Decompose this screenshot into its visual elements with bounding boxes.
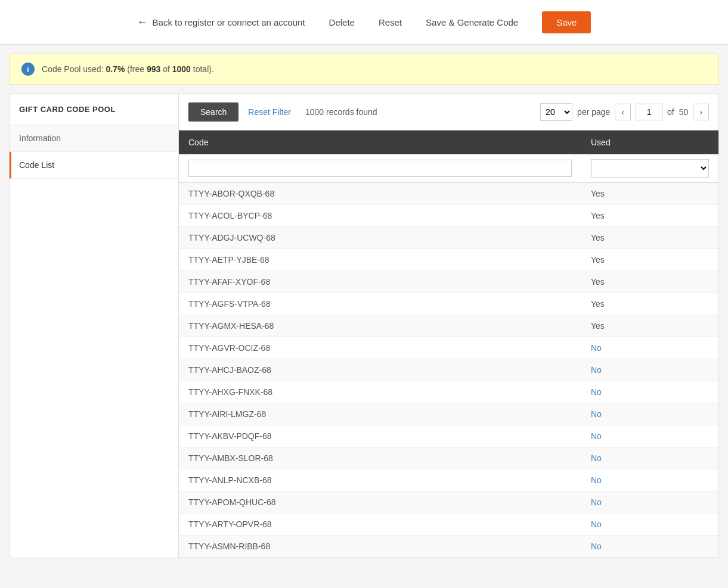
back-arrow-icon: ← [137, 16, 148, 29]
info-text-of: of [163, 64, 170, 74]
back-link-label: Back to register or connect an account [153, 17, 305, 27]
save-generate-button[interactable]: Save & Generate Code [426, 17, 518, 27]
table-cell-code: TTYY-AMBX-SLOR-68 [179, 447, 581, 469]
filter-row: Yes No [179, 154, 718, 183]
page-of-label: of [667, 107, 674, 117]
table-header-row: Code Used [179, 130, 718, 154]
toolbar: Search Reset Filter 1000 records found 2… [179, 94, 718, 130]
reset-filter-button[interactable]: Reset Filter [248, 107, 291, 117]
table-cell-used: No [581, 381, 718, 403]
table-cell-used: No [581, 359, 718, 381]
per-page-dropdown[interactable]: 20 50 100 [540, 103, 572, 121]
table-row: TTYY-ARTY-OPVR-68 No [179, 514, 718, 536]
sidebar-item-information-label: Information [19, 133, 61, 143]
next-page-button[interactable]: › [693, 104, 709, 120]
top-bar-actions: Delete Reset Save & Generate Code Save [329, 11, 591, 33]
table-cell-used: No [581, 403, 718, 425]
table-cell-used: No [581, 514, 718, 536]
table-cell-used: No [581, 536, 718, 558]
table-row: TTYY-ACOL-BYCP-68 Yes [179, 205, 718, 227]
table-row: TTYY-ANLP-NCXB-68 No [179, 469, 718, 491]
table-cell-used: No [581, 337, 718, 359]
main-layout: GIFT CARD CODE POOL Information Code Lis… [9, 94, 719, 558]
table-row: TTYY-AGVR-OCIZ-68 No [179, 337, 718, 359]
page-total: 50 [679, 107, 689, 117]
code-table: Code Used Yes No [179, 130, 718, 558]
back-link[interactable]: ← Back to register or connect an account [137, 16, 305, 29]
table-cell-used: Yes [581, 205, 718, 227]
table-cell-used: Yes [581, 249, 718, 271]
prev-page-button[interactable]: ‹ [615, 104, 631, 120]
top-bar: ← Back to register or connect an account… [0, 0, 728, 45]
table-cell-used: Yes [581, 271, 718, 293]
filter-used-select[interactable]: Yes No [591, 159, 709, 178]
sidebar-title: GIFT CARD CODE POOL [10, 94, 178, 125]
table-cell-code: TTYY-ASMN-RIBB-68 [179, 536, 581, 558]
table-cell-code: TTYY-AETP-YJBE-68 [179, 249, 581, 271]
table-row: TTYY-ADGJ-UCWQ-68 Yes [179, 227, 718, 249]
page-number-input[interactable] [636, 104, 662, 120]
table-cell-code: TTYY-AIRI-LMGZ-68 [179, 403, 581, 425]
table-cell-code: TTYY-AGFS-VTPA-68 [179, 293, 581, 315]
table-row: TTYY-AHXG-FNXK-68 No [179, 381, 718, 403]
table-cell-code: TTYY-APOM-QHUC-68 [179, 491, 581, 514]
table-cell-code: TTYY-AGMX-HESA-68 [179, 315, 581, 337]
table-cell-used: No [581, 469, 718, 491]
delete-button[interactable]: Delete [329, 17, 355, 27]
table-cell-code: TTYY-AGVR-OCIZ-68 [179, 337, 581, 359]
save-button[interactable]: Save [542, 11, 591, 33]
sidebar-item-code-list[interactable]: Code List [10, 152, 178, 179]
table-cell-code: TTYY-AKBV-PDQF-68 [179, 425, 581, 447]
table-row: TTYY-AIRI-LMGZ-68 No [179, 403, 718, 425]
table-cell-used: No [581, 425, 718, 447]
per-page-select: 20 50 100 [540, 103, 572, 121]
table-row: TTYY-ASMN-RIBB-68 No [179, 536, 718, 558]
table-row: TTYY-AGFS-VTPA-68 Yes [179, 293, 718, 315]
table-row: TTYY-AKBV-PDQF-68 No [179, 425, 718, 447]
col-code-header: Code [179, 130, 581, 154]
table-cell-code: TTYY-ADGJ-UCWQ-68 [179, 227, 581, 249]
records-count: 1000 records found [305, 107, 377, 117]
info-free-count: 993 [147, 64, 160, 74]
table-cell-code: TTYY-ACOL-BYCP-68 [179, 205, 581, 227]
sidebar-item-information[interactable]: Information [10, 125, 178, 152]
per-page-label: per page [577, 107, 610, 117]
info-text-prefix: Code Pool used: [42, 64, 104, 74]
table-cell-used: Yes [581, 293, 718, 315]
pagination: 20 50 100 per page ‹ of 50 › [540, 103, 709, 121]
table-row: TTYY-AGMX-HESA-68 Yes [179, 315, 718, 337]
table-cell-code: TTYY-ANLP-NCXB-68 [179, 469, 581, 491]
table-cell-used: Yes [581, 183, 718, 205]
sidebar: GIFT CARD CODE POOL Information Code Lis… [9, 94, 179, 558]
content-area: Search Reset Filter 1000 records found 2… [179, 94, 719, 558]
info-text-suffix: total). [193, 64, 214, 74]
filter-code-cell [179, 154, 581, 183]
reset-button[interactable]: Reset [379, 17, 402, 27]
table-row: TTYY-AFAF-XYOF-68 Yes [179, 271, 718, 293]
info-total-count: 1000 [172, 64, 191, 74]
info-text: Code Pool used: 0.7% (free 993 of 1000 t… [42, 64, 214, 74]
search-button[interactable]: Search [188, 102, 238, 122]
table-cell-used: No [581, 447, 718, 469]
info-text-middle: (free [127, 64, 144, 74]
table-cell-used: Yes [581, 315, 718, 337]
filter-used-cell: Yes No [581, 154, 718, 183]
table-row: TTYY-AMBX-SLOR-68 No [179, 447, 718, 469]
table-cell-code: TTYY-AFAF-XYOF-68 [179, 271, 581, 293]
table-row: TTYY-APOM-QHUC-68 No [179, 491, 718, 514]
filter-code-input[interactable] [188, 160, 572, 177]
table-row: TTYY-AHCJ-BAOZ-68 No [179, 359, 718, 381]
table-cell-code: TTYY-ABOR-QXQB-68 [179, 183, 581, 205]
info-icon: i [21, 63, 35, 76]
table-cell-used: No [581, 491, 718, 514]
sidebar-item-code-list-label: Code List [19, 160, 54, 170]
table-row: TTYY-AETP-YJBE-68 Yes [179, 249, 718, 271]
table-cell-used: Yes [581, 227, 718, 249]
info-percent: 0.7% [106, 64, 125, 74]
table-row: TTYY-ABOR-QXQB-68 Yes [179, 183, 718, 205]
table-cell-code: TTYY-ARTY-OPVR-68 [179, 514, 581, 536]
col-used-header: Used [581, 130, 718, 154]
table-cell-code: TTYY-AHCJ-BAOZ-68 [179, 359, 581, 381]
info-banner: i Code Pool used: 0.7% (free 993 of 1000… [9, 54, 719, 85]
table-cell-code: TTYY-AHXG-FNXK-68 [179, 381, 581, 403]
